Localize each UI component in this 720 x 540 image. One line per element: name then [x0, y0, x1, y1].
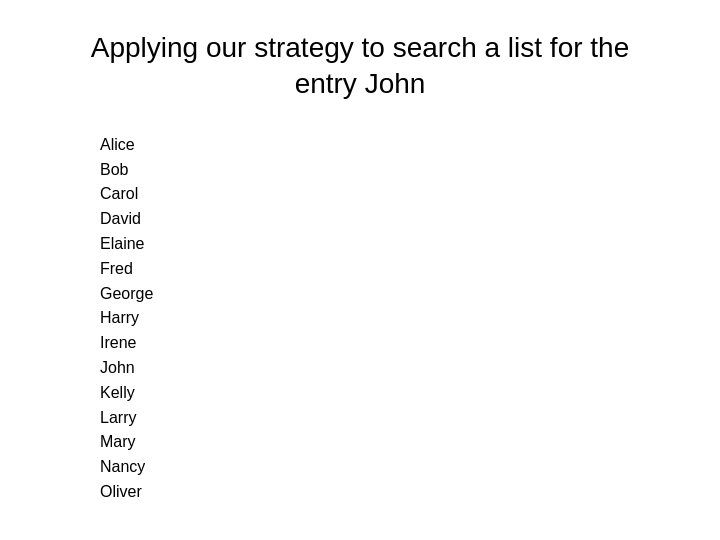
list-item: Alice	[100, 133, 680, 158]
list-item: David	[100, 207, 680, 232]
list-item: Kelly	[100, 381, 680, 406]
list-item: Harry	[100, 306, 680, 331]
list-item: Bob	[100, 158, 680, 183]
list-item: Mary	[100, 430, 680, 455]
name-list: AliceBobCarolDavidElaineFredGeorgeHarryI…	[100, 133, 680, 505]
list-item: Elaine	[100, 232, 680, 257]
list-item: Fred	[100, 257, 680, 282]
list-item: Irene	[100, 331, 680, 356]
page-container: Applying our strategy to search a list f…	[0, 0, 720, 540]
list-item: John	[100, 356, 680, 381]
list-item: Larry	[100, 406, 680, 431]
list-item: Oliver	[100, 480, 680, 505]
list-item: Carol	[100, 182, 680, 207]
list-item: Nancy	[100, 455, 680, 480]
list-item: George	[100, 282, 680, 307]
page-title: Applying our strategy to search a list f…	[40, 30, 680, 103]
